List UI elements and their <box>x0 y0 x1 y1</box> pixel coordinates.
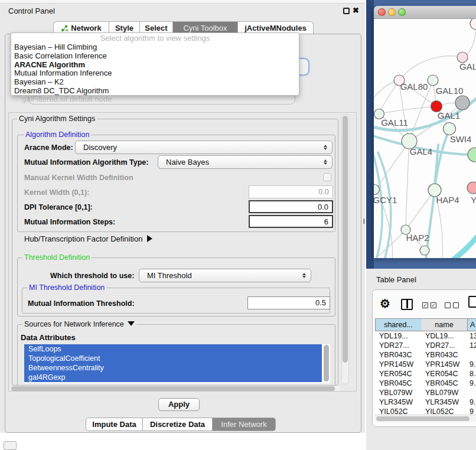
threshold-definition-title: Threshold Definition <box>22 253 92 262</box>
mi-algorithm-type-value: Naive Bayes <box>166 158 209 167</box>
stepper-arrows-icon <box>322 144 328 151</box>
manual-kernel-checkbox[interactable] <box>323 173 331 181</box>
table-panel-title: Table Panel <box>376 275 416 284</box>
settings-horizontal-scrollbar[interactable] <box>10 386 341 392</box>
network-window-titlebar[interactable] <box>374 6 476 19</box>
aracne-mode-value: Discovery <box>83 143 117 152</box>
table-row[interactable]: YBR045CYBR045C9. <box>375 379 476 388</box>
node-gray[interactable] <box>455 96 470 110</box>
table-row[interactable]: YDL19...YDL19...13 <box>375 331 476 341</box>
network-edge[interactable] <box>452 234 476 258</box>
table-row[interactable]: YIL052CYIL052C9 <box>375 407 476 414</box>
node-label: GAL <box>459 61 476 71</box>
close-panel-icon[interactable]: ✖ <box>353 6 359 15</box>
table-cell: YDR27... <box>375 341 421 350</box>
tab-impute-data[interactable]: Impute Data <box>86 418 143 431</box>
kernel-width-input[interactable]: 0.0 <box>249 185 333 198</box>
attribute-item[interactable]: TopologicalCoefficient <box>24 354 322 363</box>
gear-icon[interactable]: ⚙ <box>380 296 390 311</box>
node-label: GAL1 <box>438 110 460 120</box>
table-rows[interactable]: YDL19...YDL19...13YDR27...YDR27...12YBR0… <box>375 331 476 414</box>
table-cell: YER054C <box>375 369 421 379</box>
attribute-item[interactable]: gal4RGexp <box>24 373 322 382</box>
network-edge[interactable] <box>379 107 431 114</box>
table-cell: YPR145W <box>375 360 421 369</box>
table-horizontal-scrollbar[interactable] <box>375 415 476 422</box>
close-window-icon[interactable] <box>378 8 386 16</box>
aracne-mode-combo[interactable]: Discovery <box>75 141 332 154</box>
table-panel-box: ⚙ ✓✓ shared...nameA YDL19...YDL19...13YD… <box>372 289 476 427</box>
node-y-cut[interactable] <box>467 182 476 194</box>
mi-algorithm-type-label: Mutual Information Algorithm Type: <box>24 158 148 167</box>
table-row[interactable]: YDR27...YDR27...12 <box>375 341 476 350</box>
mi-algorithm-type-combo[interactable]: Naive Bayes <box>158 155 332 169</box>
node-swi4[interactable] <box>444 123 456 135</box>
attribute-list-scrollbar[interactable] <box>324 345 329 381</box>
float-window-icon[interactable] <box>343 8 350 14</box>
which-threshold-combo[interactable]: MI Threshold <box>139 269 311 282</box>
which-threshold-value: MI Threshold <box>147 271 192 280</box>
algorithm-option[interactable]: Basic Correlation Inference <box>11 52 299 61</box>
attribute-item[interactable]: BetweennessCentrality <box>24 363 322 373</box>
table-cell: 9. <box>467 360 476 369</box>
screen: Control Panel ✖ Network Style Select Cyn… <box>0 0 476 450</box>
algorithm-option[interactable]: Dream8 DC_TDC Algorithm <box>11 87 299 96</box>
select-all-icon[interactable]: ✓✓ <box>422 302 438 308</box>
table-cell: 13 <box>467 331 476 341</box>
dpi-tolerance-input[interactable]: 0.0 <box>249 200 333 213</box>
table-header-row: shared...nameA <box>375 318 476 331</box>
network-canvas[interactable]: GALGAL80GAL10GAL1SWI4GAL11GAL4GCY1HAP4YH… <box>374 19 476 258</box>
data-attributes-list[interactable]: SelfLoopsTopologicalCoefficientBetweenne… <box>24 344 330 383</box>
deselect-all-icon[interactable] <box>445 302 460 308</box>
mi-steps-input[interactable]: 6 <box>249 215 333 228</box>
attribute-item[interactable]: SelfLoops <box>24 344 322 354</box>
tab-infer-network[interactable]: Infer Network <box>213 418 276 431</box>
column-header-shared-name[interactable]: shared... <box>375 318 421 331</box>
network-edge[interactable] <box>374 81 396 107</box>
hub-section-toggle[interactable]: Hub/Transcription Factor Definition <box>24 234 152 243</box>
table-row[interactable]: YLR345WYLR345W9. <box>375 397 476 407</box>
control-panel-top-strip <box>0 0 365 4</box>
apply-button[interactable]: Apply <box>158 398 200 411</box>
network-edge[interactable] <box>406 141 409 230</box>
node-top-right[interactable] <box>470 19 476 30</box>
table-row[interactable]: YPR145WYPR145W9. <box>375 360 476 369</box>
settings-vertical-scrollbar[interactable] <box>341 114 349 384</box>
node-green-cut[interactable] <box>468 148 476 162</box>
zoom-window-icon[interactable] <box>398 8 406 16</box>
algorithm-option[interactable]: ARACNE Algorithm <box>11 61 299 70</box>
mi-threshold-label: Mutual Information Threshold: <box>28 299 135 308</box>
mi-threshold-input[interactable]: 0.5 <box>247 296 330 309</box>
table-cell: YIL052C <box>375 407 421 414</box>
tab-discretize-data[interactable]: Discretize Data <box>143 418 213 431</box>
control-panel-title: Control Panel <box>8 6 55 15</box>
sources-title-text: Sources for Network Inference <box>24 320 124 328</box>
node-gcy1[interactable] <box>374 185 380 195</box>
aracne-mode-label: Aracne Mode: <box>24 144 73 152</box>
document-icon[interactable] <box>468 296 476 308</box>
network-window[interactable]: GALGAL80GAL10GAL1SWI4GAL11GAL4GCY1HAP4YH… <box>374 6 476 258</box>
algorithm-option[interactable]: Mutual Information Inference <box>11 69 299 78</box>
expanded-arrow-icon <box>128 321 135 326</box>
node-bottom[interactable] <box>420 246 429 255</box>
panel-divider-handle[interactable] <box>363 219 365 224</box>
column-header-name[interactable]: name <box>421 318 467 331</box>
settings-scrollpane: Cyni Algorithm Settings Algorithm Defini… <box>8 112 357 392</box>
table-cell: YBR045C <box>421 379 467 388</box>
algorithm-option[interactable]: Bayesian – K2 <box>11 78 299 87</box>
node-gal10[interactable] <box>428 75 438 86</box>
sources-title[interactable]: Sources for Network Inference <box>22 320 136 328</box>
algorithm-popup-list: Bayesian – Hill ClimbingBasic Correlatio… <box>11 43 299 96</box>
column-header-cut[interactable]: A <box>467 318 476 331</box>
minimize-window-icon[interactable] <box>388 8 396 16</box>
stepper-arrows-icon <box>322 158 328 166</box>
table-row[interactable]: YBL079WYBL079W <box>375 388 476 397</box>
node-label: GAL80 <box>400 81 428 92</box>
algorithm-dropdown-popup: Select algorithm to view settings Bayesi… <box>11 32 299 96</box>
collapsed-panel-button[interactable] <box>4 441 17 450</box>
table-row[interactable]: YER054CYER054C8. <box>375 369 476 379</box>
table-row[interactable]: YBR043CYBR043C <box>375 350 476 360</box>
algorithm-option[interactable]: Bayesian – Hill Climbing <box>11 43 299 52</box>
table-cell: YBR043C <box>421 350 467 360</box>
column-browse-icon[interactable] <box>401 299 413 310</box>
